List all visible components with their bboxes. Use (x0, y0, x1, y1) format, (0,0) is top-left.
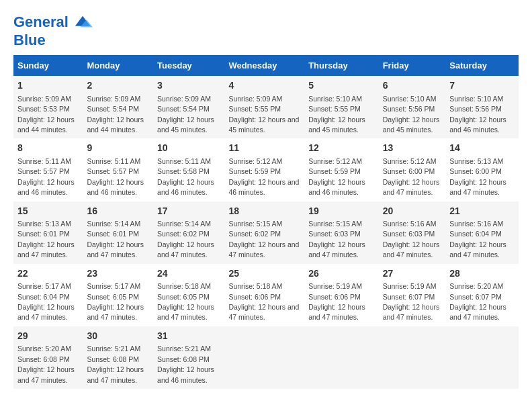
day-cell: 12Sunrise: 5:12 AMSunset: 5:59 PMDayligh… (304, 138, 378, 201)
day-number: 1 (17, 79, 79, 93)
day-cell: 6Sunrise: 5:10 AMSunset: 5:56 PMDaylight… (379, 76, 446, 138)
sunrise: Sunrise: 5:19 AM (383, 282, 437, 290)
day-cell: 16Sunrise: 5:14 AMSunset: 6:01 PMDayligh… (83, 201, 153, 264)
sunrise: Sunrise: 5:09 AM (157, 95, 211, 103)
sunrise: Sunrise: 5:10 AM (449, 95, 503, 103)
day-number: 29 (17, 330, 79, 343)
header-sunday: Sunday (13, 55, 83, 76)
day-cell: 9Sunrise: 5:11 AMSunset: 5:57 PMDaylight… (83, 138, 153, 201)
daylight: Daylight: 12 hours and 47 minutes. (449, 240, 506, 259)
day-cell (304, 326, 378, 389)
day-number: 9 (87, 142, 149, 155)
sunrise: Sunrise: 5:10 AM (383, 95, 437, 103)
day-cell: 29Sunrise: 5:20 AMSunset: 6:08 PMDayligh… (13, 326, 83, 389)
daylight: Daylight: 12 hours and 47 minutes. (228, 240, 299, 259)
day-cell: 20Sunrise: 5:16 AMSunset: 6:03 PMDayligh… (379, 201, 446, 264)
sunset: Sunset: 5:59 PM (228, 167, 281, 175)
sunrise: Sunrise: 5:09 AM (17, 95, 71, 103)
daylight: Daylight: 12 hours and 46 minutes. (308, 178, 365, 196)
week-row-1: 1Sunrise: 5:09 AMSunset: 5:53 PMDaylight… (13, 76, 519, 138)
sunset: Sunset: 5:55 PM (308, 105, 361, 113)
daylight: Daylight: 12 hours and 47 minutes. (308, 303, 365, 321)
sunset: Sunset: 6:05 PM (87, 293, 139, 301)
sunrise: Sunrise: 5:18 AM (228, 282, 282, 290)
sunrise: Sunrise: 5:16 AM (383, 220, 437, 228)
day-cell: 30Sunrise: 5:21 AMSunset: 6:08 PMDayligh… (83, 326, 153, 389)
day-number: 14 (449, 142, 515, 155)
sunset: Sunset: 6:03 PM (308, 230, 361, 238)
day-cell: 1Sunrise: 5:09 AMSunset: 5:53 PMDaylight… (13, 76, 83, 138)
day-cell: 14Sunrise: 5:13 AMSunset: 6:00 PMDayligh… (445, 138, 519, 201)
daylight: Daylight: 12 hours and 47 minutes. (157, 303, 214, 321)
daylight: Daylight: 12 hours and 44 minutes. (17, 116, 75, 134)
sunrise: Sunrise: 5:10 AM (308, 95, 362, 103)
sunset: Sunset: 6:04 PM (449, 230, 502, 238)
daylight: Daylight: 12 hours and 47 minutes. (17, 240, 75, 259)
header-friday: Friday (379, 55, 446, 76)
sunset: Sunset: 6:00 PM (383, 167, 435, 175)
logo-text-blue: Blue (13, 32, 93, 48)
logo: General Blue (13, 13, 93, 48)
sunset: Sunset: 6:07 PM (449, 293, 502, 301)
day-cell: 4Sunrise: 5:09 AMSunset: 5:55 PMDaylight… (224, 76, 304, 138)
sunset: Sunset: 6:08 PM (17, 355, 70, 363)
logo-icon (74, 13, 93, 32)
sunset: Sunset: 6:08 PM (157, 355, 210, 363)
sunrise: Sunrise: 5:18 AM (157, 282, 211, 290)
sunrise: Sunrise: 5:11 AM (17, 157, 71, 165)
header-thursday: Thursday (304, 55, 378, 76)
sunset: Sunset: 5:57 PM (17, 167, 70, 175)
sunrise: Sunrise: 5:17 AM (17, 282, 71, 290)
sunrise: Sunrise: 5:11 AM (157, 157, 211, 165)
day-number: 2 (87, 79, 149, 93)
day-cell (224, 326, 304, 389)
sunrise: Sunrise: 5:20 AM (17, 345, 71, 353)
header-monday: Monday (83, 55, 153, 76)
sunset: Sunset: 6:03 PM (383, 230, 435, 238)
sunset: Sunset: 5:59 PM (308, 167, 361, 175)
day-cell: 26Sunrise: 5:19 AMSunset: 6:06 PMDayligh… (304, 264, 378, 326)
header-saturday: Saturday (445, 55, 519, 76)
daylight: Daylight: 12 hours and 47 minutes. (87, 303, 144, 321)
sunset: Sunset: 5:55 PM (228, 105, 281, 113)
day-cell: 18Sunrise: 5:15 AMSunset: 6:02 PMDayligh… (224, 201, 304, 264)
sunset: Sunset: 5:56 PM (383, 105, 435, 113)
day-number: 3 (157, 79, 220, 93)
day-cell: 19Sunrise: 5:15 AMSunset: 6:03 PMDayligh… (304, 201, 378, 264)
day-cell: 13Sunrise: 5:12 AMSunset: 6:00 PMDayligh… (379, 138, 446, 201)
day-cell: 15Sunrise: 5:13 AMSunset: 6:01 PMDayligh… (13, 201, 83, 264)
sunrise: Sunrise: 5:09 AM (228, 95, 282, 103)
day-number: 20 (383, 205, 442, 218)
day-number: 25 (228, 267, 300, 281)
day-cell: 24Sunrise: 5:18 AMSunset: 6:05 PMDayligh… (153, 264, 224, 326)
sunset: Sunset: 6:00 PM (449, 167, 502, 175)
daylight: Daylight: 12 hours and 45 minutes. (157, 116, 214, 134)
daylight: Daylight: 12 hours and 47 minutes. (87, 365, 144, 383)
sunrise: Sunrise: 5:12 AM (308, 157, 362, 165)
sunrise: Sunrise: 5:14 AM (157, 220, 211, 228)
sunrise: Sunrise: 5:13 AM (17, 220, 71, 228)
sunset: Sunset: 5:57 PM (87, 167, 139, 175)
day-number: 8 (17, 142, 79, 155)
day-cell: 22Sunrise: 5:17 AMSunset: 6:04 PMDayligh… (13, 264, 83, 326)
sunset: Sunset: 6:02 PM (228, 230, 281, 238)
day-number: 7 (449, 79, 515, 93)
day-cell: 2Sunrise: 5:09 AMSunset: 5:54 PMDaylight… (83, 76, 153, 138)
day-number: 30 (87, 330, 149, 343)
daylight: Daylight: 12 hours and 47 minutes. (17, 365, 75, 383)
day-number: 17 (157, 205, 220, 218)
day-cell: 21Sunrise: 5:16 AMSunset: 6:04 PMDayligh… (445, 201, 519, 264)
day-number: 6 (383, 79, 442, 93)
day-cell: 17Sunrise: 5:14 AMSunset: 6:02 PMDayligh… (153, 201, 224, 264)
sunset: Sunset: 5:56 PM (449, 105, 502, 113)
daylight: Daylight: 12 hours and 47 minutes. (449, 178, 506, 196)
daylight: Daylight: 12 hours and 46 minutes. (17, 178, 75, 196)
day-number: 10 (157, 142, 220, 155)
day-number: 15 (17, 205, 79, 218)
sunset: Sunset: 5:58 PM (157, 167, 210, 175)
daylight: Daylight: 12 hours and 47 minutes. (157, 240, 214, 259)
day-number: 28 (449, 267, 515, 281)
sunset: Sunset: 6:01 PM (87, 230, 139, 238)
logo-text: General (13, 13, 93, 32)
day-number: 24 (157, 267, 220, 281)
